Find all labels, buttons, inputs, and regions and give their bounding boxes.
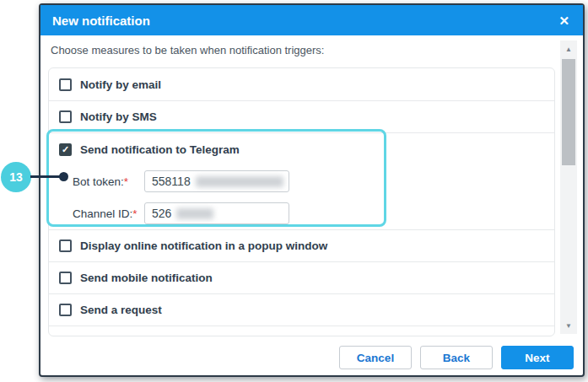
checkbox-send-request[interactable]	[59, 304, 72, 316]
callout-step-badge: 13	[1, 162, 31, 192]
vertical-scrollbar[interactable]: ▲ ▼	[560, 40, 577, 334]
checkbox-notify-email[interactable]	[59, 78, 72, 91]
measure-label: Send notification to Telegram	[80, 143, 240, 156]
measure-row-audit-clipped[interactable]: Book to event for audit	[49, 326, 554, 336]
new-notification-dialog: New notification ✕ Choose measures to be…	[39, 3, 585, 377]
measure-row-telegram[interactable]: ✓ Send notification to Telegram	[49, 133, 554, 165]
checkbox-audit[interactable]	[59, 336, 72, 336]
measure-row-mobile-notification[interactable]: Send mobile notification	[49, 261, 554, 293]
checkbox-popup-window[interactable]	[59, 239, 72, 252]
intro-text: Choose measures to be taken when notific…	[51, 44, 540, 56]
bot-token-visible-value: 558118	[152, 175, 191, 188]
channel-id-redacted-blur	[176, 208, 213, 219]
scrollbar-thumb[interactable]	[562, 59, 575, 165]
dialog-title: New notification	[52, 13, 150, 28]
measure-row-notify-email[interactable]: Notify by email	[49, 68, 554, 100]
bot-token-row: Bot token:* 558118	[49, 165, 554, 197]
channel-id-label: Channel ID:*	[73, 207, 144, 220]
bot-token-label: Bot token:*	[73, 175, 144, 188]
measure-label: Send mobile notification	[80, 272, 213, 284]
measure-label: Notify by SMS	[80, 110, 157, 123]
measure-label: Send a request	[80, 304, 162, 316]
measure-row-popup-window[interactable]: Display online notification in a popup w…	[49, 229, 554, 261]
callout-dot	[59, 172, 68, 181]
measure-label: Notify by email	[80, 78, 161, 91]
dialog-footer: Cancel Back Next	[339, 346, 574, 369]
scroll-up-icon[interactable]: ▲	[560, 42, 577, 56]
checkbox-notify-sms[interactable]	[59, 110, 72, 123]
measure-row-notify-sms[interactable]: Notify by SMS	[49, 100, 554, 132]
callout-line	[30, 175, 61, 178]
checkbox-mobile-notification[interactable]	[59, 272, 72, 284]
required-asterisk: *	[124, 175, 128, 188]
dialog-header: New notification ✕	[40, 5, 583, 35]
channel-id-input[interactable]: 526	[144, 202, 289, 224]
telegram-section: ✓ Send notification to Telegram Bot toke…	[49, 132, 554, 229]
measures-list: Notify by email Notify by SMS ✓ Send not…	[48, 67, 555, 336]
checkbox-telegram-checked[interactable]: ✓	[59, 143, 72, 156]
next-button[interactable]: Next	[501, 346, 574, 369]
cancel-button[interactable]: Cancel	[339, 346, 412, 369]
channel-id-row: Channel ID:* 526	[49, 197, 554, 229]
back-button[interactable]: Back	[420, 346, 493, 369]
required-asterisk: *	[132, 207, 137, 220]
measure-row-send-request[interactable]: Send a request	[49, 293, 554, 326]
bot-token-input[interactable]: 558118	[144, 170, 289, 192]
close-icon[interactable]: ✕	[557, 13, 571, 29]
bot-token-redacted-blur	[196, 176, 283, 187]
scroll-down-icon[interactable]: ▼	[560, 319, 577, 332]
measure-label: Book to event for audit	[80, 336, 204, 336]
measure-label: Display online notification in a popup w…	[80, 239, 327, 252]
channel-id-visible-value: 526	[152, 207, 171, 220]
